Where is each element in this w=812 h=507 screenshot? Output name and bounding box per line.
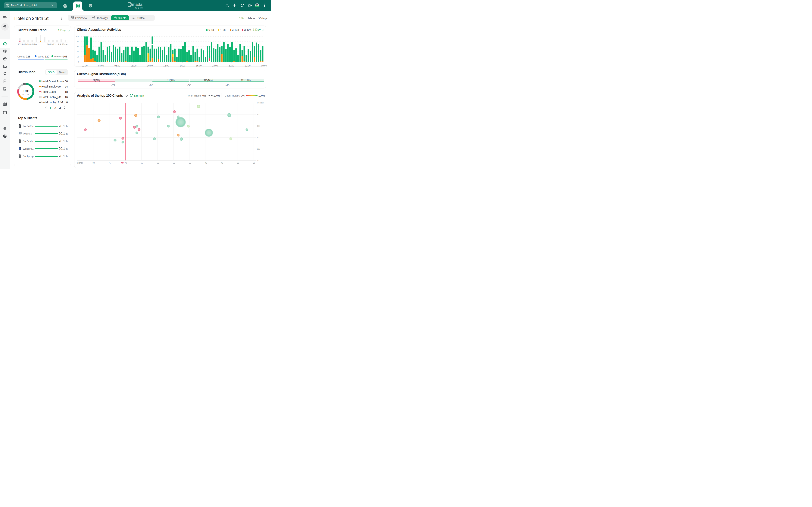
svg-text:-70: -70: [124, 162, 127, 164]
svg-text:06:00: 06:00: [114, 64, 120, 67]
svg-text:-60: -60: [156, 162, 159, 164]
svg-text:Signal: Signal: [77, 162, 83, 164]
svg-text:-35: -35: [236, 162, 239, 164]
svg-text:00: 00: [257, 159, 259, 162]
svg-text:02:00: 02:00: [82, 64, 87, 67]
svg-text:200: 200: [257, 136, 260, 138]
svg-text:400: 400: [257, 113, 260, 116]
svg-text:-65: -65: [140, 162, 143, 164]
svg-text:300: 300: [257, 125, 260, 127]
svg-text:08:00: 08:00: [131, 64, 136, 67]
svg-text:80: 80: [77, 40, 79, 43]
svg-text:0: 0: [78, 60, 79, 63]
svg-text:-75: -75: [108, 162, 111, 164]
svg-text:100: 100: [257, 148, 260, 150]
svg-text:-55: -55: [172, 162, 175, 164]
svg-text:100: 100: [76, 35, 79, 38]
svg-text:Tx Rate: Tx Rate: [257, 102, 263, 104]
svg-text:04:00: 04:00: [98, 64, 104, 67]
svg-text:60: 60: [77, 46, 79, 48]
svg-text:00:00: 00:00: [261, 64, 267, 67]
svg-text:-80: -80: [92, 162, 95, 164]
svg-text:12:00: 12:00: [163, 64, 169, 67]
svg-text:22:00: 22:00: [245, 64, 250, 67]
svg-text:-50: -50: [188, 162, 191, 164]
svg-text:20: 20: [77, 55, 79, 58]
svg-text:-45: -45: [204, 162, 207, 164]
svg-text:20:00: 20:00: [229, 64, 234, 67]
svg-text:40: 40: [77, 51, 79, 53]
svg-text:16:00: 16:00: [196, 64, 202, 67]
svg-text:-40: -40: [220, 162, 223, 164]
svg-text:14:00: 14:00: [180, 64, 185, 67]
svg-text:-30: -30: [252, 162, 255, 164]
svg-text:18:00: 18:00: [212, 64, 218, 67]
svg-text:10:00: 10:00: [147, 64, 153, 67]
